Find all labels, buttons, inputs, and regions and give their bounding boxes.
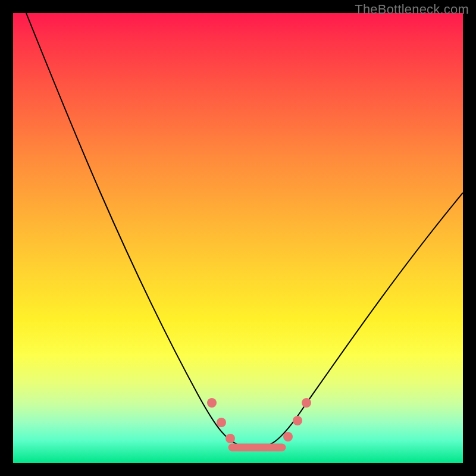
watermark-text: TheBottleneck.com	[355, 2, 469, 17]
bottleneck-curve	[26, 13, 463, 449]
curve-marker-dot	[226, 434, 235, 443]
bottleneck-curve-plot	[13, 13, 463, 463]
curve-marker-dot	[283, 432, 293, 441]
curve-marker-dot	[293, 416, 302, 425]
curve-marker-dot	[207, 398, 217, 408]
curve-marker-dot	[217, 418, 226, 427]
chart-frame	[13, 13, 463, 463]
curve-marker-dot	[302, 398, 311, 408]
